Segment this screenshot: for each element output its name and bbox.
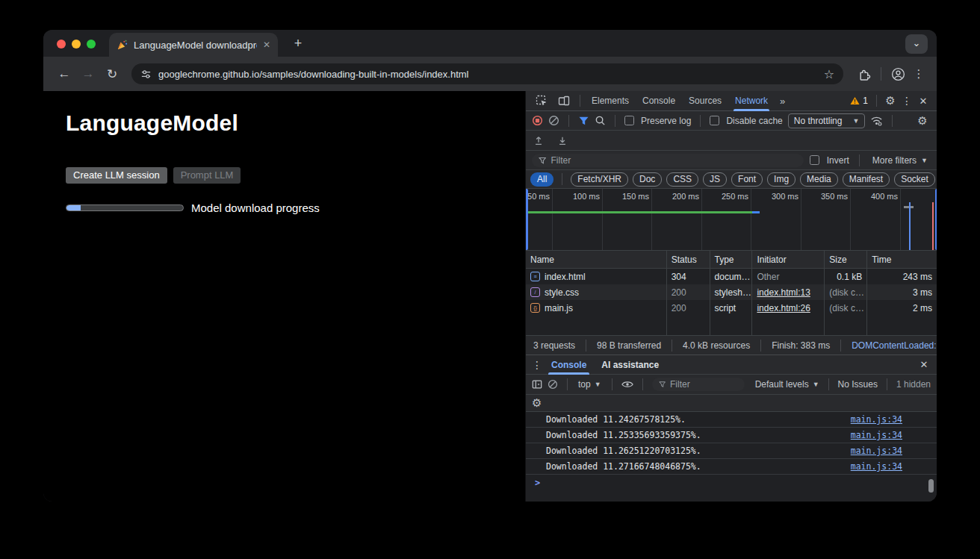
initiator-link[interactable]: index.html:13 — [757, 287, 810, 298]
network-conditions-icon[interactable] — [870, 116, 883, 126]
column-header-type[interactable]: Type — [710, 251, 753, 268]
tick-label: 100 ms — [558, 192, 600, 201]
tick-label: 50 ms — [526, 192, 550, 201]
extensions-icon[interactable] — [854, 68, 875, 81]
table-row[interactable]: {}main.js 200 script index.html:26 (disk… — [526, 300, 937, 316]
chip-doc[interactable]: Doc — [633, 172, 662, 187]
chip-font[interactable]: Font — [731, 172, 763, 187]
issues-counter[interactable]: No Issues — [838, 379, 878, 390]
drawer-menu-icon[interactable]: ⋮ — [530, 359, 544, 371]
clear-console-icon[interactable] — [548, 379, 558, 390]
request-type: stylesh… — [710, 284, 753, 300]
gridline — [701, 189, 702, 250]
column-header-initiator[interactable]: Initiator — [752, 251, 825, 268]
column-header-status[interactable]: Status — [667, 251, 710, 268]
devtools-settings-icon[interactable]: ⚙ — [882, 94, 899, 107]
live-expression-eye-icon[interactable] — [621, 380, 633, 389]
chip-js[interactable]: JS — [703, 172, 727, 187]
drawer-close-icon[interactable]: ✕ — [916, 359, 932, 370]
export-har-icon[interactable] — [557, 135, 568, 146]
console-sidebar-icon[interactable] — [532, 379, 542, 390]
console-filter-field[interactable] — [652, 378, 745, 391]
new-tab-button[interactable]: + — [288, 34, 308, 54]
maximize-window-button[interactable] — [87, 40, 96, 49]
drawer-tab-ai-assistance[interactable]: AI assistance — [594, 355, 666, 375]
warning-icon — [850, 96, 860, 105]
chip-manifest[interactable]: Manifest — [843, 172, 890, 187]
more-filters-button[interactable]: More filters ▼ — [869, 155, 931, 166]
table-row[interactable]: /style.css 200 stylesh… index.html:13 (d… — [526, 284, 937, 300]
record-network-log-icon[interactable] — [532, 115, 543, 126]
log-levels-select[interactable]: Default levels ▼ — [755, 379, 819, 390]
chip-fetch-xhr[interactable]: Fetch/XHR — [571, 172, 628, 187]
tab-search-button[interactable]: ⌄ — [905, 34, 928, 54]
devtools-menu-icon[interactable]: ⋮ — [900, 95, 914, 107]
tab-elements[interactable]: Elements — [586, 91, 635, 111]
har-row — [526, 131, 937, 151]
import-har-icon[interactable] — [533, 135, 544, 146]
context-selector[interactable]: top ▼ — [577, 379, 603, 390]
site-settings-icon[interactable] — [140, 69, 152, 80]
address-bar[interactable]: ☆ — [131, 63, 843, 84]
console-source-link[interactable]: main.js:34 — [851, 414, 902, 425]
overview-left-handle[interactable] — [526, 189, 528, 250]
inspect-element-icon[interactable] — [531, 95, 552, 107]
console-source-link[interactable]: main.js:34 — [851, 461, 902, 472]
network-filter-field[interactable] — [532, 154, 804, 167]
chevron-down-icon: ▼ — [595, 381, 601, 388]
disable-cache-checkbox[interactable] — [710, 116, 719, 125]
console-prompt[interactable]: > — [526, 475, 937, 491]
table-row[interactable]: ≡index.html 304 docum… Other 0.1 kB 243 … — [526, 269, 937, 284]
divider — [828, 378, 829, 390]
chip-all[interactable]: All — [530, 172, 553, 187]
tab-sources[interactable]: Sources — [683, 91, 728, 111]
minimize-window-button[interactable] — [72, 40, 81, 49]
clear-network-log-icon[interactable] — [548, 115, 559, 126]
stylesheet-file-icon: / — [530, 287, 540, 297]
tab-close-icon[interactable]: ✕ — [263, 40, 270, 50]
browser-tab[interactable]: LanguageModel downloadpro ✕ — [109, 33, 278, 57]
create-llm-session-button[interactable]: Create LLM session — [66, 167, 167, 184]
tab-network[interactable]: Network — [729, 91, 774, 111]
search-icon[interactable] — [595, 115, 606, 126]
forward-button[interactable]: → — [78, 66, 99, 81]
network-settings-icon[interactable]: ⚙ — [914, 114, 931, 128]
browser-menu-icon[interactable]: ⋮ — [911, 67, 926, 81]
prompt-llm-button[interactable]: Prompt LLM — [173, 167, 241, 184]
profile-avatar-icon[interactable] — [887, 67, 908, 81]
console-source-link[interactable]: main.js:34 — [851, 430, 902, 440]
chip-css[interactable]: CSS — [666, 172, 698, 187]
column-header-time[interactable]: Time — [867, 251, 937, 268]
url-input[interactable] — [158, 69, 817, 80]
network-filter-input[interactable] — [551, 155, 796, 166]
chip-socket[interactable]: Socket — [894, 172, 935, 187]
overview-right-handle[interactable] — [935, 189, 937, 250]
device-toolbar-icon[interactable] — [553, 95, 574, 107]
close-window-button[interactable] — [57, 40, 66, 49]
preserve-log-checkbox[interactable] — [624, 116, 634, 125]
hidden-messages-count[interactable]: 1 hidden — [896, 379, 931, 390]
gridline — [651, 189, 652, 250]
throttling-select[interactable]: No throttling ▼ — [788, 113, 866, 128]
request-time: 2 ms — [867, 300, 937, 316]
console-source-link[interactable]: main.js:34 — [851, 446, 902, 456]
chip-media[interactable]: Media — [800, 172, 838, 187]
drawer-tab-console[interactable]: Console — [544, 355, 594, 375]
more-panels-icon[interactable]: » — [775, 96, 790, 107]
bookmark-star-icon[interactable]: ☆ — [824, 67, 834, 81]
invert-checkbox[interactable] — [810, 155, 819, 165]
devtools-close-icon[interactable]: ✕ — [915, 96, 931, 107]
scrollbar-thumb[interactable] — [928, 479, 934, 493]
console-settings-icon[interactable]: ⚙ — [532, 396, 542, 410]
warning-badge[interactable]: 1 — [847, 96, 871, 106]
back-button[interactable]: ← — [54, 66, 75, 81]
initiator-link[interactable]: index.html:26 — [757, 303, 810, 313]
reload-button[interactable]: ↻ — [102, 66, 122, 82]
tab-console[interactable]: Console — [636, 91, 681, 111]
network-overview-timeline[interactable]: 50 ms 100 ms 150 ms 200 ms 250 ms 300 ms… — [526, 189, 937, 251]
column-header-size[interactable]: Size — [825, 251, 867, 268]
console-filter-input[interactable] — [670, 379, 738, 390]
filter-toggle-icon[interactable] — [578, 116, 589, 126]
column-header-name[interactable]: Name — [526, 251, 667, 268]
chip-img[interactable]: Img — [767, 172, 796, 187]
